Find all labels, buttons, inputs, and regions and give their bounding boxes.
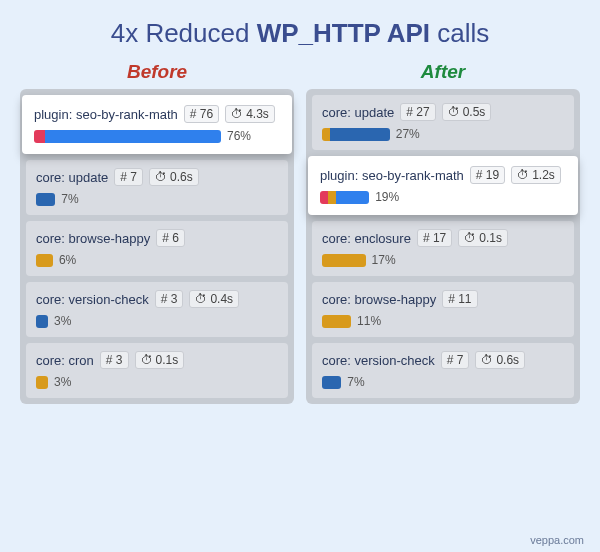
time-value: 0.6s <box>496 353 519 367</box>
metric-card: core: browse-happy# 1111% <box>312 282 574 337</box>
column-before: Before plugin: seo-by-rank-math# 76⏱4.3s… <box>20 61 294 404</box>
bar-row: 27% <box>322 127 564 141</box>
clock-icon: ⏱ <box>464 231 476 245</box>
bar-row: 7% <box>36 192 278 206</box>
count-badge: # 3 <box>155 290 184 308</box>
before-header: Before <box>20 61 294 83</box>
time-value: 1.2s <box>532 168 555 182</box>
bar-row: 3% <box>36 375 278 389</box>
bar-row: 11% <box>322 314 564 328</box>
clock-icon: ⏱ <box>155 170 167 184</box>
time-badge: ⏱0.1s <box>135 351 185 369</box>
card-header-row: plugin: seo-by-rank-math# 76⏱4.3s <box>34 105 280 123</box>
time-value: 0.1s <box>156 353 179 367</box>
count-badge: # 3 <box>100 351 129 369</box>
card-header-row: core: update# 27⏱0.5s <box>322 103 564 121</box>
progress-bar <box>322 376 341 389</box>
clock-icon: ⏱ <box>231 107 243 121</box>
metric-card: core: browse-happy# 66% <box>26 221 288 276</box>
percentage-label: 7% <box>61 192 78 206</box>
metric-card: core: update# 27⏱0.5s27% <box>312 95 574 150</box>
percentage-label: 3% <box>54 375 71 389</box>
time-badge: ⏱0.4s <box>189 290 239 308</box>
count-badge: # 7 <box>441 351 470 369</box>
component-label: core: update <box>36 170 108 185</box>
metric-card: core: update# 7⏱0.6s7% <box>26 160 288 215</box>
title-prefix: 4x Reduced <box>111 18 257 48</box>
time-badge: ⏱1.2s <box>511 166 561 184</box>
progress-bar <box>36 193 55 206</box>
percentage-label: 17% <box>372 253 396 267</box>
count-badge: # 76 <box>184 105 219 123</box>
time-value: 0.4s <box>210 292 233 306</box>
column-after: After core: update# 27⏱0.5s27%plugin: se… <box>306 61 580 404</box>
component-label: plugin: seo-by-rank-math <box>34 107 178 122</box>
metric-card: core: version-check# 3⏱0.4s3% <box>26 282 288 337</box>
card-header-row: core: browse-happy# 11 <box>322 290 564 308</box>
card-header-row: core: enclosure# 17⏱0.1s <box>322 229 564 247</box>
component-label: core: enclosure <box>322 231 411 246</box>
time-badge: ⏱0.6s <box>475 351 525 369</box>
time-badge: ⏱0.6s <box>149 168 199 186</box>
metric-card: core: cron# 3⏱0.1s3% <box>26 343 288 398</box>
time-badge: ⏱0.1s <box>458 229 508 247</box>
panel-after: core: update# 27⏱0.5s27%plugin: seo-by-r… <box>306 89 580 404</box>
component-label: plugin: seo-by-rank-math <box>320 168 464 183</box>
bar-segment <box>328 191 336 204</box>
time-badge: ⏱4.3s <box>225 105 275 123</box>
component-label: core: version-check <box>322 353 435 368</box>
time-value: 0.6s <box>170 170 193 184</box>
component-label: core: update <box>322 105 394 120</box>
watermark: veppa.com <box>530 534 584 546</box>
component-label: core: browse-happy <box>322 292 436 307</box>
component-label: core: cron <box>36 353 94 368</box>
card-header-row: core: cron# 3⏱0.1s <box>36 351 278 369</box>
metric-card: plugin: seo-by-rank-math# 19⏱1.2s19% <box>308 156 578 215</box>
card-header-row: core: version-check# 3⏱0.4s <box>36 290 278 308</box>
progress-bar <box>36 315 48 328</box>
progress-bar <box>36 376 48 389</box>
time-badge: ⏱0.5s <box>442 103 492 121</box>
bar-row: 3% <box>36 314 278 328</box>
bar-segment <box>330 128 390 141</box>
bar-row: 17% <box>322 253 564 267</box>
metric-card: plugin: seo-by-rank-math# 76⏱4.3s76% <box>22 95 292 154</box>
bar-segment <box>36 315 48 328</box>
bar-row: 76% <box>34 129 280 143</box>
count-badge: # 17 <box>417 229 452 247</box>
clock-icon: ⏱ <box>195 292 207 306</box>
card-header-row: core: browse-happy# 6 <box>36 229 278 247</box>
clock-icon: ⏱ <box>448 105 460 119</box>
title-bold: WP_HTTP API <box>257 18 430 48</box>
percentage-label: 19% <box>375 190 399 204</box>
percentage-label: 27% <box>396 127 420 141</box>
progress-bar <box>36 254 53 267</box>
percentage-label: 6% <box>59 253 76 267</box>
bar-segment <box>36 254 53 267</box>
percentage-label: 7% <box>347 375 364 389</box>
time-value: 0.1s <box>479 231 502 245</box>
bar-segment <box>322 254 366 267</box>
count-badge: # 11 <box>442 290 477 308</box>
bar-segment <box>322 128 330 141</box>
clock-icon: ⏱ <box>517 168 529 182</box>
bar-segment <box>36 376 48 389</box>
time-value: 4.3s <box>246 107 269 121</box>
percentage-label: 3% <box>54 314 71 328</box>
percentage-label: 76% <box>227 129 251 143</box>
clock-icon: ⏱ <box>141 353 153 367</box>
bar-segment <box>336 191 369 204</box>
count-badge: # 6 <box>156 229 185 247</box>
clock-icon: ⏱ <box>481 353 493 367</box>
card-header-row: plugin: seo-by-rank-math# 19⏱1.2s <box>320 166 566 184</box>
component-label: core: browse-happy <box>36 231 150 246</box>
bar-segment <box>320 191 328 204</box>
progress-bar <box>322 128 390 141</box>
bar-segment <box>322 376 341 389</box>
bar-row: 19% <box>320 190 566 204</box>
panel-before: plugin: seo-by-rank-math# 76⏱4.3s76%core… <box>20 89 294 404</box>
metric-card: core: enclosure# 17⏱0.1s17% <box>312 221 574 276</box>
bar-row: 7% <box>322 375 564 389</box>
percentage-label: 11% <box>357 314 381 328</box>
after-header: After <box>306 61 580 83</box>
